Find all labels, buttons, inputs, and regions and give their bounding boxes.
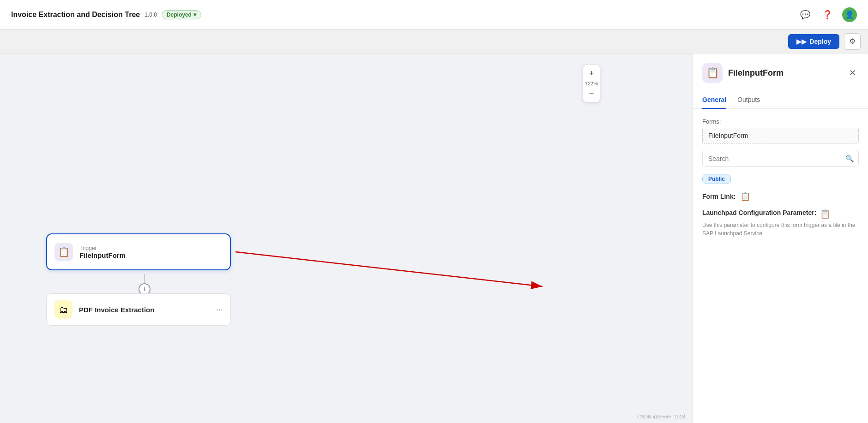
trigger-node-name: FileInputForm — [79, 251, 126, 259]
tab-general[interactable]: General — [702, 96, 726, 109]
copy-link-icon: 📋 — [740, 192, 750, 201]
help-icon: ❓ — [822, 10, 832, 20]
panel-title: FileInputForm — [728, 68, 840, 78]
form-icon: 📋 — [58, 246, 70, 257]
launchpad-row: Launchpad Configuration Parameter: 📋 — [702, 209, 859, 219]
main-area: + 122% − 📋 Trigger FileInputForm + — [0, 54, 868, 423]
search-input[interactable] — [702, 151, 859, 167]
launchpad-desc: Use this parameter to configure this for… — [702, 221, 859, 238]
panel-header: 📋 FileInputForm ✕ — [693, 54, 868, 83]
side-panel: 📋 FileInputForm ✕ General Outputs Forms: — [693, 54, 868, 423]
form-link-copy-button[interactable]: 📋 — [740, 191, 750, 202]
pdf-node-info: PDF Invoice Extraction — [79, 306, 154, 314]
trigger-node-info: Trigger FileInputForm — [79, 245, 126, 259]
pdf-node[interactable]: 🗂 PDF Invoice Extraction ··· — [46, 293, 231, 326]
deploy-button[interactable]: ▶▶ Deploy — [788, 34, 839, 49]
header: Invoice Extraction and Decision Tree 1.0… — [0, 0, 868, 30]
zoom-level: 122% — [585, 80, 598, 87]
header-title-group: Invoice Extraction and Decision Tree 1.0… — [11, 10, 201, 19]
forms-section: Forms: — [702, 118, 859, 143]
close-icon: ✕ — [849, 68, 856, 78]
trigger-node-icon: 📋 — [54, 243, 73, 261]
copy-launchpad-icon: 📋 — [820, 209, 830, 219]
status-badge: Deployed ▾ — [162, 10, 201, 19]
pdf-node-icon: 🗂 — [54, 300, 72, 319]
header-actions: 💬 ❓ 👤 — [798, 7, 857, 22]
zoom-out-button[interactable]: − — [585, 87, 598, 100]
trigger-node-type: Trigger — [79, 245, 126, 251]
message-icon: 💬 — [800, 10, 810, 20]
forms-input[interactable] — [702, 128, 859, 143]
panel-tabs: General Outputs — [693, 89, 868, 109]
help-button[interactable]: ❓ — [820, 7, 835, 22]
deploy-play-icon: ▶▶ — [796, 38, 807, 45]
avatar-icon: 👤 — [845, 10, 854, 19]
panel-form-icon: 📋 — [706, 67, 719, 79]
pdf-node-name: PDF Invoice Extraction — [79, 306, 154, 314]
public-badge-row: Public — [702, 174, 859, 184]
zoom-in-button[interactable]: + — [585, 67, 598, 80]
search-container: 🔍 — [702, 151, 859, 167]
zoom-controls: + 122% − — [583, 65, 600, 102]
app-title: Invoice Extraction and Decision Tree — [11, 11, 140, 19]
pdf-node-actions-button[interactable]: ··· — [216, 305, 223, 315]
forms-label: Forms: — [702, 118, 859, 125]
connector-line-top — [144, 274, 145, 283]
pdf-icon: 🗂 — [59, 304, 68, 315]
public-badge: Public — [702, 174, 731, 184]
tab-outputs[interactable]: Outputs — [737, 96, 760, 109]
panel-icon: 📋 — [702, 63, 723, 83]
panel-body: Forms: 🔍 Public Form Link: 📋 — [693, 109, 868, 247]
launchpad-section: Launchpad Configuration Parameter: 📋 Use… — [702, 209, 859, 238]
panel-close-button[interactable]: ✕ — [846, 66, 859, 79]
gear-icon: ⚙ — [849, 37, 856, 46]
form-link-label: Form Link: — [702, 193, 735, 200]
message-button[interactable]: 💬 — [798, 7, 813, 22]
chevron-down-icon[interactable]: ▾ — [193, 12, 196, 18]
toolbar: ▶▶ Deploy ⚙ — [0, 30, 868, 54]
version-badge: 1.0.0 — [145, 12, 157, 18]
watermark: CSDN @Seele_1018 — [637, 414, 685, 419]
launchpad-label: Launchpad Configuration Parameter: — [702, 209, 816, 216]
form-link-row: Form Link: 📋 — [702, 191, 859, 202]
launchpad-copy-button[interactable]: 📋 — [820, 209, 830, 219]
search-icon: 🔍 — [845, 155, 854, 163]
canvas: + 122% − 📋 Trigger FileInputForm + — [0, 54, 693, 423]
svg-line-1 — [235, 252, 542, 286]
avatar[interactable]: 👤 — [842, 7, 857, 22]
settings-button[interactable]: ⚙ — [844, 33, 861, 50]
trigger-node[interactable]: 📋 Trigger FileInputForm — [46, 233, 231, 270]
